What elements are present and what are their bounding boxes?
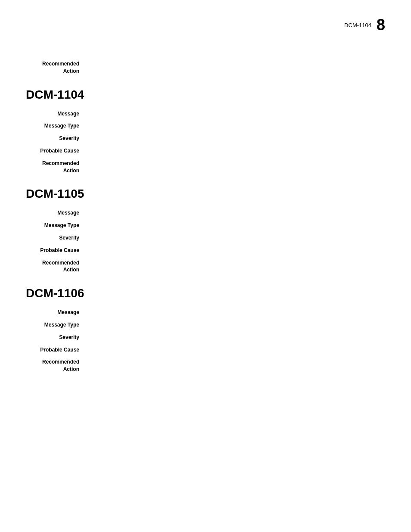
field-row-dcm-1105-0: Message	[26, 209, 385, 217]
top-recommended-action-value	[86, 60, 385, 75]
field-label-dcm-1106-1: Message Type	[26, 321, 86, 329]
field-row-dcm-1105-2: Severity	[26, 234, 385, 242]
section-dcm-1106: DCM-1106MessageMessage TypeSeverityProba…	[26, 286, 385, 373]
field-label-dcm-1106-4: RecommendedAction	[26, 358, 86, 373]
field-row-dcm-1105-4: RecommendedAction	[26, 259, 385, 274]
field-label-dcm-1105-0: Message	[26, 209, 86, 217]
field-label-dcm-1106-0: Message	[26, 309, 86, 316]
field-row-dcm-1105-3: Probable Cause	[26, 247, 385, 254]
top-recommended-action-label: RecommendedAction	[26, 60, 86, 75]
field-row-dcm-1106-1: Message Type	[26, 321, 385, 329]
field-label-dcm-1106-3: Probable Cause	[26, 346, 86, 354]
top-recommended-action-row: RecommendedAction	[26, 60, 385, 75]
page-number: 8	[377, 17, 385, 33]
field-row-dcm-1105-1: Message Type	[26, 222, 385, 229]
field-row-dcm-1106-0: Message	[26, 309, 385, 316]
sections-container: DCM-1104MessageMessage TypeSeverityProba…	[26, 88, 385, 373]
field-label-dcm-1105-2: Severity	[26, 234, 86, 242]
field-label-dcm-1106-2: Severity	[26, 334, 86, 341]
section-dcm-1105: DCM-1105MessageMessage TypeSeverityProba…	[26, 187, 385, 274]
field-row-dcm-1106-4: RecommendedAction	[26, 358, 385, 373]
section-dcm-1104: DCM-1104MessageMessage TypeSeverityProba…	[26, 88, 385, 174]
main-content: RecommendedAction DCM-1104MessageMessage…	[0, 60, 411, 373]
section-heading-dcm-1106: DCM-1106	[26, 286, 385, 300]
section-heading-dcm-1104: DCM-1104	[26, 88, 385, 102]
field-label-dcm-1104-1: Message Type	[26, 122, 86, 130]
field-label-dcm-1104-0: Message	[26, 110, 86, 118]
field-label-dcm-1104-4: RecommendedAction	[26, 160, 86, 174]
field-row-dcm-1104-4: RecommendedAction	[26, 160, 385, 174]
field-label-dcm-1105-3: Probable Cause	[26, 247, 86, 254]
page-header: DCM-1104 8	[344, 17, 385, 33]
field-row-dcm-1106-2: Severity	[26, 334, 385, 341]
field-label-dcm-1104-2: Severity	[26, 135, 86, 142]
section-heading-dcm-1105: DCM-1105	[26, 187, 385, 201]
field-row-dcm-1106-3: Probable Cause	[26, 346, 385, 354]
field-row-dcm-1104-3: Probable Cause	[26, 147, 385, 155]
field-row-dcm-1104-0: Message	[26, 110, 385, 118]
field-label-dcm-1105-4: RecommendedAction	[26, 259, 86, 274]
field-row-dcm-1104-2: Severity	[26, 135, 385, 142]
field-label-dcm-1104-3: Probable Cause	[26, 147, 86, 155]
field-label-dcm-1105-1: Message Type	[26, 222, 86, 229]
header-label: DCM-1104	[344, 22, 371, 28]
field-row-dcm-1104-1: Message Type	[26, 122, 385, 130]
